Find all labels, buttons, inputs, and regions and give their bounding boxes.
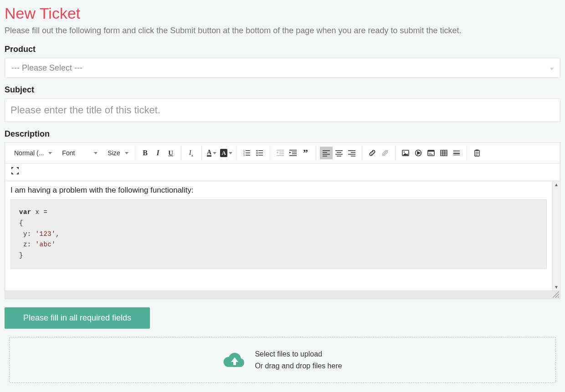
- outdent-button[interactable]: [274, 147, 287, 159]
- format-dropdown[interactable]: Normal (...: [11, 149, 55, 157]
- svg-marker-38: [403, 153, 408, 155]
- editor-scrollbar[interactable]: ▲ ▼: [552, 181, 560, 290]
- link-button[interactable]: [366, 147, 379, 159]
- description-label: Description: [5, 129, 560, 139]
- svg-rect-25: [323, 154, 330, 155]
- svg-rect-28: [337, 152, 341, 153]
- svg-marker-22: [289, 152, 291, 153]
- align-left-button[interactable]: [320, 147, 333, 159]
- table-button[interactable]: [437, 147, 450, 159]
- resize-grip-icon: [553, 291, 559, 298]
- svg-rect-29: [335, 154, 343, 155]
- rich-text-editor: Normal (... Font Size B I U Ix A: [5, 143, 560, 299]
- svg-rect-31: [348, 150, 355, 151]
- blockquote-button[interactable]: ”: [299, 147, 312, 159]
- image-button[interactable]: [399, 147, 412, 159]
- svg-rect-11: [258, 155, 263, 156]
- italic-button[interactable]: I: [152, 147, 164, 159]
- numbered-list-button[interactable]: 123: [241, 147, 253, 159]
- bulleted-list-button[interactable]: [253, 147, 266, 159]
- underline-button[interactable]: U: [164, 147, 177, 159]
- svg-rect-55: [476, 150, 478, 151]
- text-color-button[interactable]: A: [205, 147, 218, 159]
- svg-point-8: [256, 153, 257, 154]
- chevron-down-icon: [213, 152, 216, 154]
- svg-rect-20: [292, 153, 297, 154]
- svg-rect-51: [453, 152, 460, 152]
- svg-rect-9: [258, 153, 263, 153]
- background-color-button[interactable]: A: [220, 147, 233, 159]
- file-upload-dropzone[interactable]: Select files to upload Or drag and drop …: [9, 337, 556, 383]
- editor-resize-bar[interactable]: [5, 290, 560, 299]
- svg-rect-7: [258, 150, 263, 151]
- product-select-placeholder: --- Please Select ---: [11, 63, 82, 73]
- chevron-down-icon: [550, 64, 554, 72]
- font-dropdown[interactable]: Font: [59, 149, 100, 157]
- font-dropdown-label: Font: [62, 149, 89, 157]
- svg-rect-53: [453, 155, 460, 155]
- svg-rect-24: [323, 152, 327, 153]
- code-block: var x = { y: '123', z: 'abc' }: [10, 199, 547, 269]
- chevron-down-icon: [48, 152, 52, 154]
- horizontal-rule-button[interactable]: [450, 147, 463, 159]
- product-label: Product: [5, 45, 560, 54]
- svg-rect-43: [429, 153, 431, 153]
- svg-rect-52: [453, 153, 460, 154]
- svg-rect-42: [428, 150, 434, 152]
- svg-rect-58: [476, 155, 478, 155]
- svg-rect-1: [246, 150, 250, 151]
- chevron-down-icon: [94, 152, 98, 154]
- svg-rect-13: [279, 152, 284, 153]
- svg-rect-44: [429, 154, 433, 155]
- svg-point-10: [256, 155, 257, 156]
- scroll-up-icon[interactable]: ▲: [554, 181, 559, 188]
- bold-button[interactable]: B: [139, 147, 152, 159]
- editor-content[interactable]: I am having a problem with the following…: [5, 181, 552, 290]
- svg-rect-33: [348, 154, 355, 155]
- chevron-down-icon: [229, 152, 232, 154]
- paste-button[interactable]: [471, 147, 483, 159]
- svg-rect-34: [351, 156, 355, 157]
- svg-marker-17: [277, 153, 278, 153]
- svg-rect-15: [277, 155, 284, 156]
- size-dropdown[interactable]: Size: [105, 149, 131, 157]
- unlink-button[interactable]: [379, 147, 391, 159]
- svg-rect-5: [246, 155, 250, 156]
- svg-rect-23: [323, 150, 330, 151]
- svg-marker-59: [11, 167, 14, 169]
- svg-rect-27: [335, 150, 343, 151]
- svg-marker-40: [417, 152, 420, 154]
- code-snippet-button[interactable]: [425, 147, 437, 159]
- svg-line-65: [558, 296, 559, 298]
- product-select[interactable]: --- Please Select ---: [5, 58, 560, 78]
- svg-rect-18: [289, 150, 297, 151]
- clear-format-button[interactable]: Ix: [185, 147, 198, 159]
- align-center-button[interactable]: [333, 147, 345, 159]
- upload-line2: Or drag and drop files here: [255, 360, 342, 372]
- subject-label: Subject: [5, 85, 560, 95]
- svg-rect-50: [453, 150, 460, 151]
- svg-rect-14: [279, 153, 284, 154]
- svg-rect-45: [441, 150, 447, 156]
- svg-rect-32: [351, 152, 355, 153]
- svg-rect-57: [476, 153, 478, 154]
- cloud-upload-icon: [223, 350, 247, 370]
- indent-button[interactable]: [287, 147, 299, 159]
- svg-point-37: [403, 152, 405, 153]
- media-button[interactable]: [412, 147, 425, 159]
- svg-rect-12: [277, 150, 284, 151]
- maximize-button[interactable]: [10, 165, 21, 176]
- svg-rect-21: [289, 155, 297, 156]
- upload-text: Select files to upload Or drag and drop …: [255, 348, 342, 372]
- page-instructions: Please fill out the following form and c…: [5, 26, 560, 36]
- svg-rect-3: [246, 153, 250, 153]
- page-title: New Ticket: [5, 5, 560, 22]
- upload-line1: Select files to upload: [255, 348, 342, 360]
- submit-button[interactable]: Please fill in all required fields: [5, 307, 150, 329]
- align-right-button[interactable]: [345, 147, 358, 159]
- svg-point-6: [256, 150, 257, 152]
- scroll-down-icon[interactable]: ▼: [554, 284, 559, 290]
- editor-paragraph: I am having a problem with the following…: [10, 186, 547, 195]
- subject-input[interactable]: [5, 98, 560, 122]
- svg-text:3: 3: [243, 154, 245, 157]
